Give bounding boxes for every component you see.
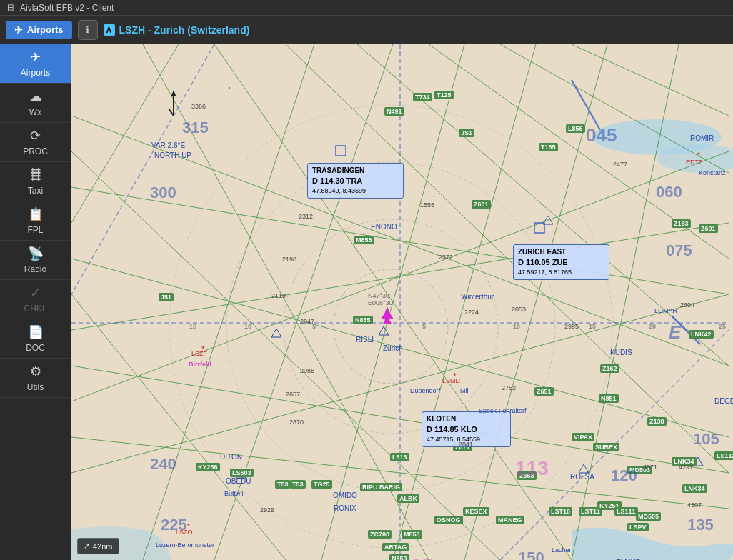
edtz-asterisk: * — [697, 151, 700, 159]
main-layout: ✈ Airports ☁ Wx ⟳ PROC 🛤 Taxi 📋 FPL 📡 Ra… — [0, 44, 733, 560]
sidebar: ✈ Airports ☁ Wx ⟳ PROC 🛤 Taxi 📋 FPL 📡 Ra… — [0, 44, 71, 560]
lsmd-asterisk: * — [453, 371, 457, 381]
sidebar-label-taxi: Taxi — [28, 186, 43, 196]
radio-icon: 📡 — [28, 246, 44, 261]
scale-arrow: ↗ — [84, 541, 90, 551]
sidebar-label-airports: Airports — [21, 68, 50, 78]
taxi-icon: 🛤 — [29, 168, 42, 183]
chkl-icon: ✓ — [30, 285, 41, 301]
sidebar-label-wx: Wx — [29, 107, 41, 117]
sidebar-item-airports[interactable]: ✈ Airports — [0, 44, 71, 84]
sidebar-item-wx[interactable]: ☁ Wx — [0, 84, 71, 123]
scale-bar: ↗ 42nm — [77, 538, 119, 554]
svg-text:E008°30': E008°30' — [368, 299, 394, 306]
info-icon: ℹ — [86, 24, 89, 35]
proc-icon: ⟳ — [30, 128, 41, 144]
sidebar-label-fpl: FPL — [27, 225, 43, 235]
sidebar-label-utils: Utils — [27, 382, 44, 392]
sidebar-label-radio: Radio — [24, 264, 46, 274]
sidebar-item-taxi[interactable]: 🛤 Taxi — [0, 162, 71, 201]
airports-icon: ✈ — [30, 49, 41, 65]
svg-text:N47°30': N47°30' — [368, 292, 391, 299]
info-button[interactable]: ℹ — [78, 20, 98, 40]
doc-icon: 📄 — [28, 324, 44, 340]
titlebar: 🖥 AivlaSoft EFB v2 - Client — [0, 0, 733, 16]
airports-button[interactable]: ✈ Airports — [6, 21, 72, 39]
sidebar-label-chkl: CHKL — [24, 304, 46, 314]
sidebar-item-fpl[interactable]: 📋 FPL — [0, 201, 71, 241]
sidebar-label-doc: DOC — [26, 343, 45, 353]
sidebar-item-utils[interactable]: ⚙ Utils — [0, 359, 71, 398]
scale-value: 42nm — [93, 542, 113, 551]
svg-rect-35 — [229, 87, 230, 89]
wx-icon: ☁ — [29, 89, 42, 104]
app-icon: 🖥 — [6, 2, 16, 14]
sidebar-item-chkl: ✓ CHKL — [0, 280, 71, 319]
sidebar-item-doc[interactable]: 📄 DOC — [0, 319, 71, 359]
plane-icon: ✈ — [14, 24, 23, 36]
utils-icon: ⚙ — [30, 364, 41, 379]
sidebar-label-proc: PROC — [23, 146, 48, 156]
lszo-asterisk: * — [187, 523, 190, 531]
airport-badge: A — [104, 24, 115, 36]
map-container[interactable]: N47°30' E008°30' — [71, 44, 733, 560]
sidebar-item-radio[interactable]: 📡 Radio — [0, 241, 71, 280]
app-title: AivlaSoft EFB v2 - Client — [20, 3, 114, 13]
lszf-asterisk: * — [201, 344, 205, 354]
airports-label: Airports — [27, 24, 64, 35]
topbar: ✈ Airports ℹ A LSZH - Zurich (Switzerlan… — [0, 16, 733, 44]
sidebar-item-proc[interactable]: ⟳ PROC — [0, 123, 71, 162]
airport-label: A LSZH - Zurich (Switzerland) — [104, 24, 250, 36]
fpl-icon: 📋 — [28, 206, 44, 222]
airport-name: LSZH - Zurich (Switzerland) — [119, 24, 250, 36]
map-svg: N47°30' E008°30' — [71, 44, 733, 560]
